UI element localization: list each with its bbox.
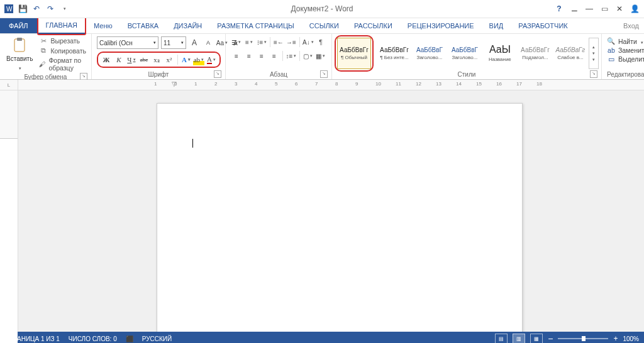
styles-launcher-icon[interactable]: ↘: [590, 70, 597, 78]
close-icon[interactable]: ✕: [613, 3, 626, 14]
tab-developer[interactable]: РАЗРАБОТЧИК: [511, 18, 575, 33]
redo-icon[interactable]: ↷: [45, 4, 55, 14]
styles-more-button[interactable]: ▴▾▾: [589, 38, 599, 69]
strike-button[interactable]: abc: [138, 54, 150, 65]
word-app-icon: W: [4, 4, 14, 14]
tab-layout[interactable]: РАЗМЕТКА СТРАНИЦЫ: [209, 18, 301, 33]
style-nospacing[interactable]: АаБбВвГг¶ Без инте...: [377, 38, 411, 69]
underline-button[interactable]: Ч: [126, 54, 137, 65]
style-heading1[interactable]: АаБбВвГЗаголово...: [413, 38, 447, 69]
tab-insert[interactable]: ВСТАВКА: [120, 18, 166, 33]
select-button[interactable]: ▭Выделить: [607, 55, 644, 63]
status-words[interactable]: ЧИСЛО СЛОВ: 0: [69, 335, 117, 342]
align-justify-button[interactable]: ≡: [269, 50, 280, 62]
zoom-out-button[interactable]: −: [548, 334, 553, 343]
style-normal[interactable]: АаБбВвГг¶ Обычный: [337, 38, 371, 69]
subscript-button[interactable]: x₂: [151, 54, 162, 65]
bullets-button[interactable]: ☰: [231, 36, 242, 48]
user-icon[interactable]: 👤: [628, 3, 641, 14]
grow-font-button[interactable]: A: [189, 37, 200, 48]
align-left-button[interactable]: ≡: [231, 50, 242, 62]
ribbon: Вставить ✂Вырезать ⧉Копировать 🖌Формат п…: [0, 34, 644, 80]
tab-menu[interactable]: Меню: [86, 18, 120, 33]
select-icon: ▭: [607, 55, 616, 63]
help-icon[interactable]: ?: [552, 3, 566, 14]
paste-button[interactable]: Вставить: [3, 36, 36, 72]
align-center-button[interactable]: ≡: [243, 50, 255, 62]
replace-button[interactable]: abЗаменить: [607, 46, 644, 55]
view-print-icon[interactable]: ▥: [513, 334, 525, 343]
find-button[interactable]: 🔍Найти: [607, 36, 643, 46]
superscript-button[interactable]: x²: [164, 54, 175, 65]
replace-icon: ab: [607, 46, 616, 54]
highlight-button[interactable]: ab: [193, 54, 204, 65]
cut-icon: ✂: [39, 37, 48, 45]
style-title[interactable]: АаЫНазвание: [483, 38, 517, 69]
tab-review[interactable]: РЕЦЕНЗИРОВАНИЕ: [400, 18, 482, 33]
numbering-button[interactable]: ≡: [243, 36, 255, 48]
save-icon[interactable]: 💾: [18, 4, 28, 14]
zoom-level[interactable]: 100%: [623, 335, 639, 342]
tab-view[interactable]: ВИД: [482, 18, 511, 33]
tab-home[interactable]: ГЛАВНАЯ: [38, 18, 85, 34]
maximize-icon[interactable]: ▭: [597, 3, 611, 14]
tab-file[interactable]: ФАЙЛ: [0, 18, 37, 33]
ruler-horizontal[interactable]: L 10123456789101112131415161718▽: [0, 80, 644, 90]
font-name-combo[interactable]: Calibri (Осн▾: [97, 36, 158, 49]
format-painter-button[interactable]: 🖌Формат по образцу: [38, 56, 87, 72]
status-language[interactable]: РУССКИЙ: [142, 335, 172, 342]
align-right-button[interactable]: ≡: [256, 50, 267, 62]
shading-button[interactable]: ▢: [303, 50, 314, 62]
cut-button[interactable]: ✂Вырезать: [38, 36, 87, 45]
view-web-icon[interactable]: ▦: [530, 334, 543, 343]
zoom-in-button[interactable]: +: [613, 334, 618, 343]
shrink-font-button[interactable]: A: [203, 37, 214, 48]
status-proof-icon[interactable]: ⬛: [126, 335, 133, 342]
undo-icon[interactable]: ↶: [31, 4, 42, 14]
zoom-slider[interactable]: [558, 338, 608, 339]
svg-rect-3: [17, 38, 22, 41]
qat-more-icon[interactable]: [59, 4, 69, 14]
font-size-combo[interactable]: 11▾: [161, 36, 186, 49]
tab-selector[interactable]: L: [0, 80, 18, 90]
ribbon-options-icon[interactable]: ⚊: [567, 3, 581, 14]
quick-access-toolbar: W 💾 ↶ ↷: [0, 4, 73, 14]
copy-button[interactable]: ⧉Копировать: [38, 46, 87, 55]
borders-button[interactable]: ▦: [315, 50, 326, 62]
view-read-icon[interactable]: ▤: [495, 334, 508, 343]
svg-text:W: W: [6, 6, 13, 13]
show-marks-button[interactable]: ¶: [315, 36, 326, 48]
text-cursor: [192, 139, 193, 148]
tab-references[interactable]: ССЫЛКИ: [302, 18, 347, 33]
increase-indent-button[interactable]: →≡: [286, 36, 297, 48]
ruler-vertical[interactable]: 012345678910111213: [0, 90, 18, 332]
window-controls: ? ⚊ — ▭ ✕ 👤: [552, 3, 641, 14]
tab-mailings[interactable]: РАССЫЛКИ: [347, 18, 400, 33]
sort-button[interactable]: A↓: [303, 36, 314, 48]
decrease-indent-button[interactable]: ≡←: [273, 36, 284, 48]
text-effects-button[interactable]: A: [180, 54, 192, 65]
font-launcher-icon[interactable]: ↘: [214, 70, 221, 78]
paste-dropdown-icon[interactable]: [18, 63, 21, 71]
line-spacing-button[interactable]: ↕≡: [286, 50, 297, 62]
style-heading2[interactable]: АаБбВвГЗаголово...: [448, 38, 482, 69]
minimize-icon[interactable]: —: [582, 3, 596, 14]
copy-icon: ⧉: [39, 46, 48, 55]
tab-design[interactable]: ДИЗАЙН: [166, 18, 209, 33]
font-color-button[interactable]: A: [206, 54, 217, 65]
bold-button[interactable]: Ж: [101, 54, 112, 65]
login-link[interactable]: Вход: [623, 22, 639, 30]
document-area: 012345678910111213: [0, 90, 644, 332]
font-format-redbox: Ж К Ч abc x₂ x² A ab A: [97, 52, 221, 68]
group-clipboard: Вставить ✂Вырезать ⧉Копировать 🖌Формат п…: [0, 34, 92, 79]
para-launcher-icon[interactable]: ↘: [320, 70, 328, 78]
group-font: Calibri (Осн▾ 11▾ A A Aa A̷ Ж К Ч abc x₂…: [92, 34, 226, 79]
style-subtitle[interactable]: АаБбВвГгПодзагол...: [518, 38, 552, 69]
multilevel-button[interactable]: ⫶≡: [256, 36, 267, 48]
paste-label: Вставить: [6, 55, 33, 62]
italic-button[interactable]: К: [113, 54, 125, 65]
page[interactable]: [157, 103, 523, 332]
document-scroll[interactable]: [18, 90, 644, 332]
brush-icon: 🖌: [39, 60, 46, 68]
style-subtle[interactable]: АаБбВвГгСлабое в...: [553, 38, 587, 69]
